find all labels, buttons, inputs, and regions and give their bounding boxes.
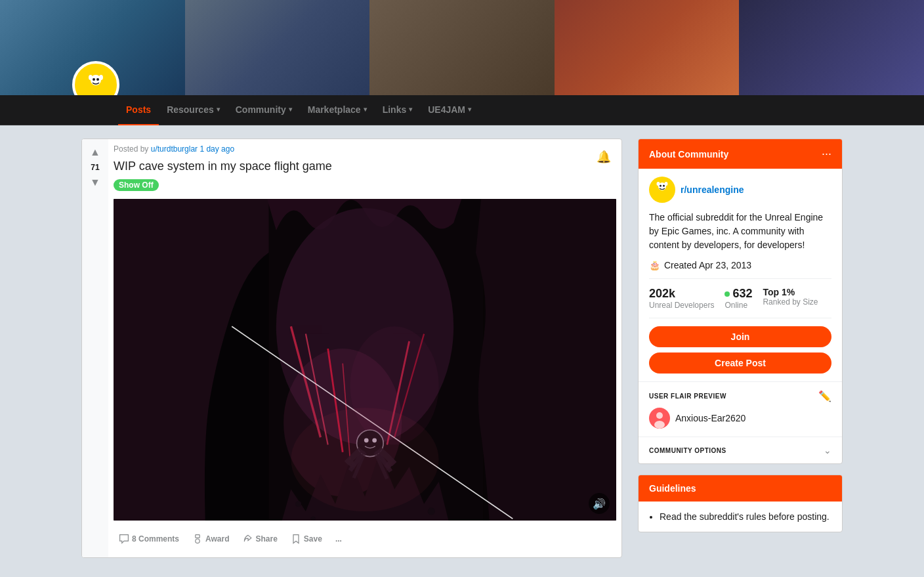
svg-point-2 [89, 75, 93, 80]
post-title: WIP cave system in my space flight game [114, 159, 616, 174]
banner-segment-3 [369, 0, 555, 95]
downvote-button[interactable]: ▼ [87, 175, 103, 190]
user-avatar [649, 408, 670, 429]
svg-point-3 [99, 75, 103, 80]
chevron-down-icon: ▾ [289, 106, 292, 113]
main-content: ▲ 71 ▼ Posted by u/turdtburglar 1 day ag… [81, 139, 622, 558]
banner [0, 0, 924, 95]
about-body: r/unrealengine The official subreddit fo… [639, 169, 842, 381]
online-stat: 632 Online [724, 287, 752, 310]
chevron-down-icon[interactable]: ⌄ [824, 445, 831, 456]
chevron-down-icon: ▾ [217, 106, 220, 113]
chevron-down-icon: ▾ [364, 106, 367, 113]
page-layout: ▲ 71 ▼ Posted by u/turdtburglar 1 day ag… [68, 139, 856, 558]
username-label: Anxious-Ear2620 [675, 413, 746, 423]
community-stats: 202k Unreal Developers 632 Online Top 1%… [649, 287, 831, 310]
nav-ue4jam[interactable]: UE4JAM ▾ [420, 95, 479, 125]
post-time: 1 day ago [200, 144, 234, 154]
svg-point-34 [663, 185, 665, 187]
bell-button[interactable]: 🔔 [597, 150, 611, 164]
comments-button[interactable]: 8 Comments [114, 528, 184, 549]
online-indicator [724, 291, 730, 297]
svg-point-33 [660, 185, 662, 187]
svg-point-4 [93, 78, 95, 81]
svg-point-37 [654, 421, 665, 429]
vote-count: 71 [91, 163, 99, 172]
join-button[interactable]: Join [649, 326, 831, 347]
post-actions: 8 Comments Award Share [114, 526, 616, 552]
chevron-down-icon: ▾ [468, 106, 471, 113]
nav-links[interactable]: Links ▾ [375, 95, 421, 125]
about-community-header: About Community ··· [639, 139, 842, 169]
svg-point-28 [196, 539, 200, 543]
subreddit-nav: Posts Resources ▾ Community ▾ Marketplac… [0, 95, 924, 125]
post-header: Posted by u/turdtburglar 1 day ago 🔔 [114, 144, 616, 154]
nav-posts[interactable]: Posts [118, 95, 159, 125]
sidebar: About Community ··· [638, 139, 843, 558]
divider [649, 278, 831, 279]
banner-segment-4 [555, 0, 740, 95]
about-community-card: About Community ··· [638, 139, 843, 464]
banner-segment-2 [185, 0, 370, 95]
svg-point-22 [291, 408, 438, 512]
nav-marketplace[interactable]: Marketplace ▾ [300, 95, 375, 125]
upvote-button[interactable]: ▲ [87, 144, 103, 160]
post-image: 🔊 [114, 199, 616, 521]
guideline-item: Read the subreddit's rules before postin… [660, 509, 831, 524]
share-button[interactable]: Share [238, 528, 283, 549]
community-avatar [649, 177, 675, 203]
svg-point-5 [96, 78, 99, 81]
nav-community[interactable]: Community ▾ [228, 95, 300, 125]
nav-resources[interactable]: Resources ▾ [159, 95, 228, 125]
user-flair-section: USER FLAIR PREVIEW ✏️ Anxious-Ear2620 [639, 381, 842, 437]
save-icon [291, 534, 301, 544]
save-button[interactable]: Save [285, 528, 327, 549]
banner-segment-5 [739, 0, 924, 95]
svg-point-36 [656, 412, 663, 419]
post-meta: Posted by u/turdtburglar 1 day ago [114, 144, 616, 154]
user-flair-preview: Anxious-Ear2620 [649, 408, 831, 429]
award-icon [192, 534, 203, 544]
guidelines-header: Guidelines [639, 475, 842, 502]
community-options-section: COMMUNITY OPTIONS ⌄ [639, 437, 842, 463]
members-stat: 202k Unreal Developers [649, 287, 714, 310]
guidelines-body: Read the subreddit's rules before postin… [639, 502, 842, 532]
svg-rect-27 [196, 535, 200, 538]
community-identity: r/unrealengine [649, 177, 831, 203]
chevron-down-icon: ▾ [409, 106, 412, 113]
svg-point-31 [657, 182, 660, 186]
about-more-button[interactable]: ··· [822, 147, 831, 161]
community-created: 🎂 Created Apr 23, 2013 [649, 260, 831, 270]
post-card: ▲ 71 ▼ Posted by u/turdtburglar 1 day ag… [81, 139, 622, 558]
more-button[interactable]: ... [330, 529, 347, 549]
award-button[interactable]: Award [187, 528, 234, 549]
share-icon [243, 534, 253, 544]
svg-point-23 [295, 502, 301, 507]
guidelines-card: Guidelines Read the subreddit's rules be… [638, 475, 843, 532]
svg-point-25 [428, 508, 435, 515]
post-author[interactable]: u/turdtburglar [151, 144, 198, 154]
rank-stat: Top 1% Ranked by Size [763, 287, 818, 310]
post-body: Posted by u/turdtburglar 1 day ago 🔔 WIP… [108, 139, 621, 557]
user-flair-header: USER FLAIR PREVIEW ✏️ [649, 390, 831, 402]
edit-flair-icon[interactable]: ✏️ [818, 390, 832, 402]
comment-icon [119, 534, 129, 544]
community-name[interactable]: r/unrealengine [681, 184, 744, 195]
create-post-button[interactable]: Create Post [649, 353, 831, 374]
cake-icon: 🎂 [649, 260, 660, 270]
divider-2 [649, 318, 831, 318]
post-flair[interactable]: Show Off [114, 179, 159, 191]
svg-point-32 [665, 182, 668, 186]
community-description: The official subreddit for the Unreal En… [649, 211, 831, 252]
vote-column: ▲ 71 ▼ [82, 139, 108, 557]
